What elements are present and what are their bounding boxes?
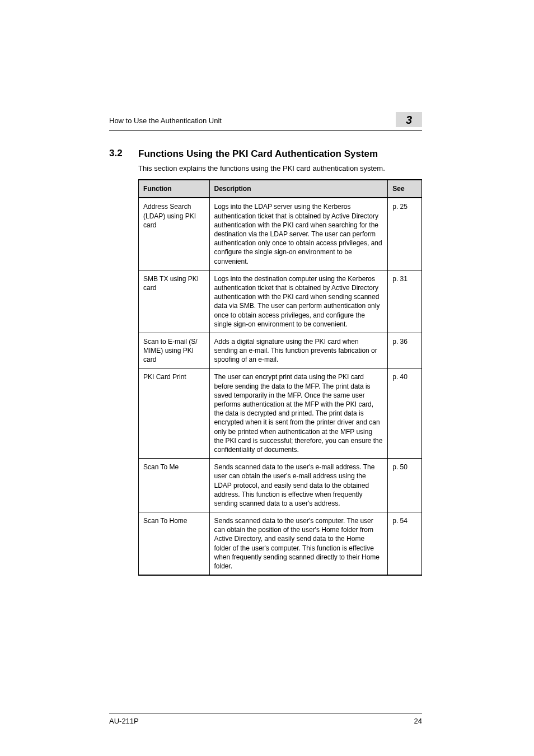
running-title: How to Use the Authentication Unit [109,116,222,127]
table-row: Scan to E-mail (S/ MIME) using PKI card … [139,333,422,368]
table-row: Address Search (LDAP) using PKI card Log… [139,198,422,270]
table-header-see: See [388,180,422,198]
cell-description: Sends scanned data to the user's e-mail … [209,459,388,512]
document-page: How to Use the Authentication Unit 3 3.2… [0,0,534,756]
cell-function: Scan To Home [139,512,210,576]
table-header-function: Function [139,180,210,198]
table-row: Scan To Home Sends scanned data to the u… [139,512,422,576]
cell-see: p. 40 [388,368,422,459]
section-number: 3.2 [109,148,126,159]
section-block: 3.2 Functions Using the PKI Card Authent… [109,148,422,576]
cell-function: Scan to E-mail (S/ MIME) using PKI card [139,333,210,368]
header-divider [109,130,422,131]
footer-page-number: 24 [414,717,422,725]
cell-function: SMB TX using PKI card [139,270,210,333]
running-header: How to Use the Authentication Unit 3 [109,112,422,127]
chapter-number-badge: 3 [396,112,422,127]
cell-description: Sends scanned data to the user's compute… [209,512,388,576]
table-row: PKI Card Print The user can encrypt prin… [139,368,422,459]
cell-description: Adds a digital signature using the PKI c… [209,333,388,368]
cell-function: PKI Card Print [139,368,210,459]
footer-divider [109,713,422,713]
cell-see: p. 36 [388,333,422,368]
table-row: Scan To Me Sends scanned data to the use… [139,459,422,512]
cell-description: Logs into the destination computer using… [209,270,388,333]
cell-function: Scan To Me [139,459,210,512]
cell-description: Logs into the LDAP server using the Kerb… [209,198,388,270]
cell-see: p. 31 [388,270,422,333]
table-header-row: Function Description See [139,180,422,198]
cell-see: p. 54 [388,512,422,576]
page-footer: AU-211P 24 [109,713,422,725]
cell-description: The user can encrypt print data using th… [209,368,388,459]
section-intro: This section explains the functions usin… [138,164,422,172]
cell-see: p. 25 [388,198,422,270]
functions-table: Function Description See Address Search … [138,179,422,576]
cell-function: Address Search (LDAP) using PKI card [139,198,210,270]
section-body: Functions Using the PKI Card Authenticat… [138,148,422,576]
footer-model: AU-211P [109,717,139,725]
table-header-description: Description [209,180,388,198]
section-title: Functions Using the PKI Card Authenticat… [138,148,422,160]
cell-see: p. 50 [388,459,422,512]
table-row: SMB TX using PKI card Logs into the dest… [139,270,422,333]
